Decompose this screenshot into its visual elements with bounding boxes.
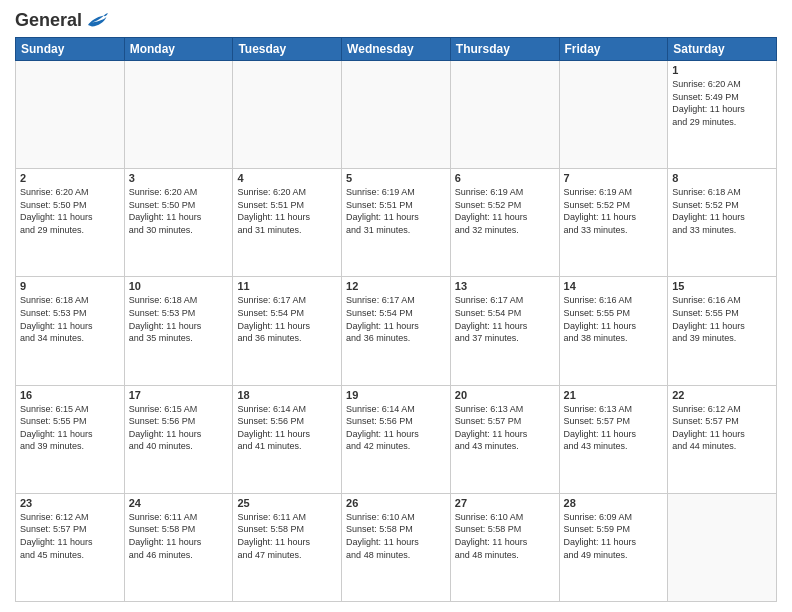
day-number: 14 <box>564 280 664 292</box>
day-info: Sunrise: 6:16 AM Sunset: 5:55 PM Dayligh… <box>564 294 664 344</box>
day-info: Sunrise: 6:11 AM Sunset: 5:58 PM Dayligh… <box>237 511 337 561</box>
day-number: 19 <box>346 389 446 401</box>
week-row-3: 16Sunrise: 6:15 AM Sunset: 5:55 PM Dayli… <box>16 385 777 493</box>
day-cell: 4Sunrise: 6:20 AM Sunset: 5:51 PM Daylig… <box>233 169 342 277</box>
day-number: 22 <box>672 389 772 401</box>
day-cell: 17Sunrise: 6:15 AM Sunset: 5:56 PM Dayli… <box>124 385 233 493</box>
day-number: 21 <box>564 389 664 401</box>
day-cell: 11Sunrise: 6:17 AM Sunset: 5:54 PM Dayli… <box>233 277 342 385</box>
calendar-header: SundayMondayTuesdayWednesdayThursdayFrid… <box>16 38 777 61</box>
day-number: 3 <box>129 172 229 184</box>
day-info: Sunrise: 6:18 AM Sunset: 5:52 PM Dayligh… <box>672 186 772 236</box>
day-cell: 7Sunrise: 6:19 AM Sunset: 5:52 PM Daylig… <box>559 169 668 277</box>
day-cell: 1Sunrise: 6:20 AM Sunset: 5:49 PM Daylig… <box>668 61 777 169</box>
day-number: 10 <box>129 280 229 292</box>
day-number: 11 <box>237 280 337 292</box>
day-cell: 13Sunrise: 6:17 AM Sunset: 5:54 PM Dayli… <box>450 277 559 385</box>
header-cell-thursday: Thursday <box>450 38 559 61</box>
day-cell: 8Sunrise: 6:18 AM Sunset: 5:52 PM Daylig… <box>668 169 777 277</box>
day-number: 2 <box>20 172 120 184</box>
day-cell: 16Sunrise: 6:15 AM Sunset: 5:55 PM Dayli… <box>16 385 125 493</box>
header-cell-sunday: Sunday <box>16 38 125 61</box>
day-number: 26 <box>346 497 446 509</box>
day-number: 7 <box>564 172 664 184</box>
day-cell <box>342 61 451 169</box>
day-info: Sunrise: 6:14 AM Sunset: 5:56 PM Dayligh… <box>237 403 337 453</box>
day-number: 18 <box>237 389 337 401</box>
week-row-0: 1Sunrise: 6:20 AM Sunset: 5:49 PM Daylig… <box>16 61 777 169</box>
header: General <box>15 10 777 31</box>
day-cell <box>16 61 125 169</box>
day-number: 17 <box>129 389 229 401</box>
day-number: 9 <box>20 280 120 292</box>
day-cell: 15Sunrise: 6:16 AM Sunset: 5:55 PM Dayli… <box>668 277 777 385</box>
day-cell: 9Sunrise: 6:18 AM Sunset: 5:53 PM Daylig… <box>16 277 125 385</box>
day-cell <box>233 61 342 169</box>
day-info: Sunrise: 6:17 AM Sunset: 5:54 PM Dayligh… <box>346 294 446 344</box>
day-info: Sunrise: 6:10 AM Sunset: 5:58 PM Dayligh… <box>346 511 446 561</box>
day-cell: 28Sunrise: 6:09 AM Sunset: 5:59 PM Dayli… <box>559 493 668 601</box>
day-number: 6 <box>455 172 555 184</box>
calendar-body: 1Sunrise: 6:20 AM Sunset: 5:49 PM Daylig… <box>16 61 777 602</box>
day-info: Sunrise: 6:13 AM Sunset: 5:57 PM Dayligh… <box>564 403 664 453</box>
day-number: 8 <box>672 172 772 184</box>
day-info: Sunrise: 6:15 AM Sunset: 5:56 PM Dayligh… <box>129 403 229 453</box>
logo-bird-icon <box>84 12 108 30</box>
day-number: 15 <box>672 280 772 292</box>
header-row: SundayMondayTuesdayWednesdayThursdayFrid… <box>16 38 777 61</box>
day-number: 20 <box>455 389 555 401</box>
day-info: Sunrise: 6:18 AM Sunset: 5:53 PM Dayligh… <box>129 294 229 344</box>
day-info: Sunrise: 6:12 AM Sunset: 5:57 PM Dayligh… <box>20 511 120 561</box>
day-number: 16 <box>20 389 120 401</box>
day-info: Sunrise: 6:16 AM Sunset: 5:55 PM Dayligh… <box>672 294 772 344</box>
day-cell <box>450 61 559 169</box>
day-cell: 2Sunrise: 6:20 AM Sunset: 5:50 PM Daylig… <box>16 169 125 277</box>
day-cell: 3Sunrise: 6:20 AM Sunset: 5:50 PM Daylig… <box>124 169 233 277</box>
week-row-1: 2Sunrise: 6:20 AM Sunset: 5:50 PM Daylig… <box>16 169 777 277</box>
day-number: 1 <box>672 64 772 76</box>
day-cell: 20Sunrise: 6:13 AM Sunset: 5:57 PM Dayli… <box>450 385 559 493</box>
day-info: Sunrise: 6:19 AM Sunset: 5:51 PM Dayligh… <box>346 186 446 236</box>
day-info: Sunrise: 6:20 AM Sunset: 5:51 PM Dayligh… <box>237 186 337 236</box>
day-number: 27 <box>455 497 555 509</box>
day-info: Sunrise: 6:20 AM Sunset: 5:49 PM Dayligh… <box>672 78 772 128</box>
day-number: 5 <box>346 172 446 184</box>
day-number: 12 <box>346 280 446 292</box>
day-number: 24 <box>129 497 229 509</box>
day-cell: 10Sunrise: 6:18 AM Sunset: 5:53 PM Dayli… <box>124 277 233 385</box>
day-number: 25 <box>237 497 337 509</box>
day-cell: 6Sunrise: 6:19 AM Sunset: 5:52 PM Daylig… <box>450 169 559 277</box>
day-cell: 25Sunrise: 6:11 AM Sunset: 5:58 PM Dayli… <box>233 493 342 601</box>
day-info: Sunrise: 6:14 AM Sunset: 5:56 PM Dayligh… <box>346 403 446 453</box>
day-cell: 5Sunrise: 6:19 AM Sunset: 5:51 PM Daylig… <box>342 169 451 277</box>
day-number: 23 <box>20 497 120 509</box>
logo: General <box>15 10 108 31</box>
day-info: Sunrise: 6:12 AM Sunset: 5:57 PM Dayligh… <box>672 403 772 453</box>
header-cell-tuesday: Tuesday <box>233 38 342 61</box>
day-info: Sunrise: 6:17 AM Sunset: 5:54 PM Dayligh… <box>237 294 337 344</box>
day-cell: 18Sunrise: 6:14 AM Sunset: 5:56 PM Dayli… <box>233 385 342 493</box>
day-info: Sunrise: 6:11 AM Sunset: 5:58 PM Dayligh… <box>129 511 229 561</box>
day-cell: 23Sunrise: 6:12 AM Sunset: 5:57 PM Dayli… <box>16 493 125 601</box>
page: General SundayMondayTuesdayWednesdayThur… <box>0 0 792 612</box>
day-cell: 24Sunrise: 6:11 AM Sunset: 5:58 PM Dayli… <box>124 493 233 601</box>
header-cell-saturday: Saturday <box>668 38 777 61</box>
day-info: Sunrise: 6:09 AM Sunset: 5:59 PM Dayligh… <box>564 511 664 561</box>
day-info: Sunrise: 6:19 AM Sunset: 5:52 PM Dayligh… <box>455 186 555 236</box>
day-number: 13 <box>455 280 555 292</box>
day-number: 4 <box>237 172 337 184</box>
day-cell: 14Sunrise: 6:16 AM Sunset: 5:55 PM Dayli… <box>559 277 668 385</box>
header-cell-wednesday: Wednesday <box>342 38 451 61</box>
day-cell: 19Sunrise: 6:14 AM Sunset: 5:56 PM Dayli… <box>342 385 451 493</box>
day-cell: 26Sunrise: 6:10 AM Sunset: 5:58 PM Dayli… <box>342 493 451 601</box>
day-info: Sunrise: 6:13 AM Sunset: 5:57 PM Dayligh… <box>455 403 555 453</box>
day-cell: 27Sunrise: 6:10 AM Sunset: 5:58 PM Dayli… <box>450 493 559 601</box>
day-cell: 21Sunrise: 6:13 AM Sunset: 5:57 PM Dayli… <box>559 385 668 493</box>
day-number: 28 <box>564 497 664 509</box>
day-cell: 22Sunrise: 6:12 AM Sunset: 5:57 PM Dayli… <box>668 385 777 493</box>
day-info: Sunrise: 6:18 AM Sunset: 5:53 PM Dayligh… <box>20 294 120 344</box>
day-info: Sunrise: 6:20 AM Sunset: 5:50 PM Dayligh… <box>129 186 229 236</box>
day-info: Sunrise: 6:15 AM Sunset: 5:55 PM Dayligh… <box>20 403 120 453</box>
logo-general-text: General <box>15 10 82 31</box>
day-info: Sunrise: 6:20 AM Sunset: 5:50 PM Dayligh… <box>20 186 120 236</box>
